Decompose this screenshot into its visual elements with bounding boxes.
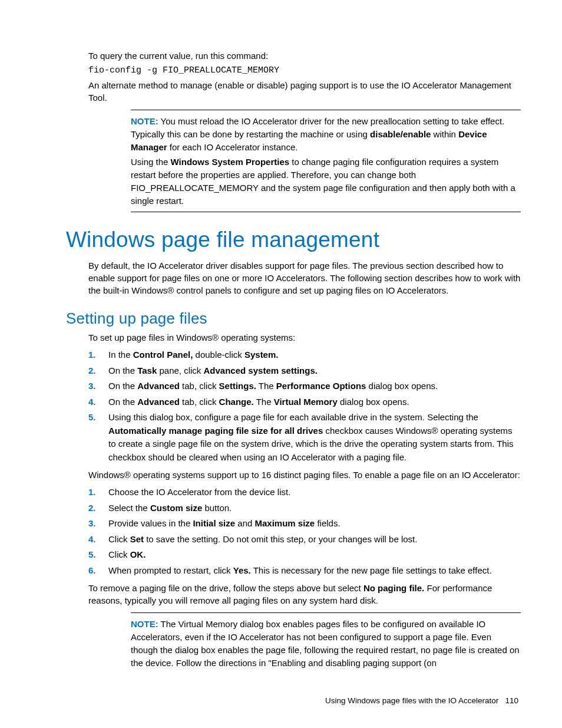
list-marker: 4. bbox=[88, 533, 108, 546]
page-number: 110 bbox=[505, 696, 518, 705]
list-text: Click Set to save the setting. Do not om… bbox=[108, 533, 521, 546]
list-item: 4. On the Advanced tab, click Change. Th… bbox=[88, 396, 521, 409]
note-label: NOTE: bbox=[131, 619, 158, 629]
page-footer: Using Windows page files with the IO Acc… bbox=[66, 696, 521, 705]
note-paragraph: NOTE: You must reload the IO Accelerator… bbox=[131, 115, 521, 153]
list-text: On the Task pane, click Advanced system … bbox=[108, 364, 521, 378]
list-text: Click OK. bbox=[108, 548, 521, 562]
text: within bbox=[431, 129, 458, 139]
list-text: When prompted to restart, click Yes. Thi… bbox=[108, 564, 521, 578]
list-item: 3. On the Advanced tab, click Settings. … bbox=[88, 380, 521, 393]
list-text: Choose the IO Accelerator from the devic… bbox=[108, 486, 521, 499]
heading-1: Windows page file management bbox=[66, 228, 521, 252]
list-text: On the Advanced tab, click Change. The V… bbox=[108, 396, 521, 409]
text-bold: Windows System Properties bbox=[171, 157, 290, 167]
paragraph: Windows® operating systems support up to… bbox=[88, 469, 521, 481]
text: The Virtual Memory dialog box enables pa… bbox=[131, 619, 520, 667]
list-text: Select the Custom size button. bbox=[108, 502, 521, 515]
list-marker: 3. bbox=[88, 380, 108, 393]
list-text: Provide values in the Initial size and M… bbox=[108, 517, 521, 531]
note-block: NOTE: You must reload the IO Accelerator… bbox=[131, 110, 521, 212]
list-text: On the Advanced tab, click Settings. The… bbox=[108, 380, 521, 393]
ordered-list: 1. In the Control Panel, double-click Sy… bbox=[88, 348, 521, 464]
list-marker: 2. bbox=[88, 502, 108, 515]
list-marker: 2. bbox=[88, 364, 108, 378]
list-item: 3. Provide values in the Initial size an… bbox=[88, 517, 521, 531]
text-bold: disable/enable bbox=[370, 129, 431, 139]
list-item: 2. Select the Custom size button. bbox=[88, 502, 521, 515]
list-item: 5. Using this dialog box, configure a pa… bbox=[88, 411, 521, 464]
list-marker: 3. bbox=[88, 517, 108, 531]
text: To remove a paging file on the drive, fo… bbox=[88, 583, 363, 593]
paragraph: To set up page files in Windows® operati… bbox=[88, 331, 521, 344]
list-marker: 5. bbox=[88, 411, 108, 464]
list-item: 1. In the Control Panel, double-click Sy… bbox=[88, 348, 521, 362]
heading-2: Setting up page files bbox=[66, 309, 521, 328]
note-block: NOTE: The Virtual Memory dialog box enab… bbox=[131, 612, 521, 674]
note-label: NOTE: bbox=[131, 116, 158, 126]
list-marker: 1. bbox=[88, 486, 108, 499]
list-marker: 6. bbox=[88, 564, 108, 578]
list-item: 1. Choose the IO Accelerator from the de… bbox=[88, 486, 521, 499]
paragraph: By default, the IO Accelerator driver di… bbox=[88, 259, 521, 297]
list-text: Using this dialog box, configure a page … bbox=[108, 411, 521, 464]
list-marker: 1. bbox=[88, 348, 108, 362]
note-paragraph: Using the Windows System Properties to c… bbox=[131, 156, 521, 207]
document-page: To query the current value, run this com… bbox=[0, 0, 562, 728]
footer-text: Using Windows page files with the IO Acc… bbox=[325, 696, 498, 705]
list-item: 2. On the Task pane, click Advanced syst… bbox=[88, 364, 521, 378]
paragraph: To remove a paging file on the drive, fo… bbox=[88, 582, 521, 607]
list-marker: 5. bbox=[88, 548, 108, 562]
code-block: fio-config -g FIO_PREALLOCATE_MEMORY bbox=[88, 65, 521, 75]
paragraph: An alternate method to manage (enable or… bbox=[88, 79, 521, 104]
list-item: 4. Click Set to save the setting. Do not… bbox=[88, 533, 521, 546]
paragraph: To query the current value, run this com… bbox=[88, 50, 521, 62]
list-item: 6. When prompted to restart, click Yes. … bbox=[88, 564, 521, 578]
text: for each IO Accelerator instance. bbox=[167, 142, 298, 152]
list-item: 5. Click OK. bbox=[88, 548, 521, 562]
ordered-list: 1. Choose the IO Accelerator from the de… bbox=[88, 486, 521, 577]
list-text: In the Control Panel, double-click Syste… bbox=[108, 348, 521, 362]
text: Using the bbox=[131, 157, 171, 167]
text-bold: No paging file. bbox=[363, 583, 424, 593]
note-paragraph: NOTE: The Virtual Memory dialog box enab… bbox=[131, 618, 521, 669]
list-marker: 4. bbox=[88, 396, 108, 409]
